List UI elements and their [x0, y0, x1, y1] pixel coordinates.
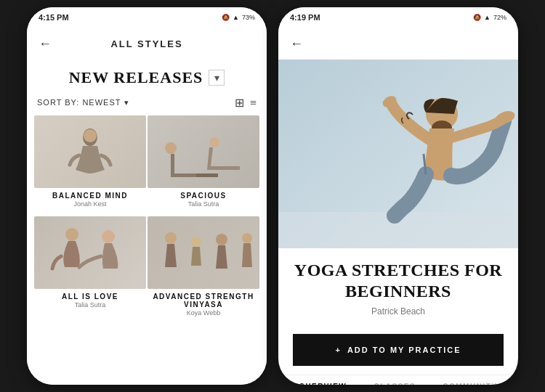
add-btn-label: ADD TO MY PRACTICE [347, 346, 461, 354]
time-left: 4:15 PM [39, 13, 69, 22]
list-item[interactable]: ADVANCED STRENGTH VINYASA Koya Webb [148, 216, 259, 317]
tab-overview[interactable]: OVERVIEW [299, 383, 347, 385]
list-item[interactable]: BALANCED MIND Jonah Kest [34, 115, 146, 208]
video-subtitle-4: Koya Webb [187, 309, 220, 317]
add-icon: + [335, 346, 341, 354]
signal-icon-right: 🔕 [473, 14, 481, 21]
svg-point-1 [84, 129, 97, 142]
sort-label[interactable]: SORT BY: NEWEST ▾ [37, 98, 129, 107]
svg-point-4 [65, 228, 78, 241]
sort-view-icons: ⊞ ≡ [235, 96, 257, 110]
wifi-icon-right: ▲ [484, 14, 490, 21]
list-view-icon[interactable]: ≡ [250, 97, 257, 110]
time-right: 4:19 PM [290, 13, 320, 22]
add-to-practice-button[interactable]: + ADD TO MY PRACTICE [293, 334, 504, 366]
svg-point-5 [102, 230, 115, 243]
battery-left: 73% [242, 14, 255, 21]
hero-image [278, 60, 518, 248]
video-title-1: BALANCED MIND [52, 192, 128, 200]
hero-content: YOGA STRETCHES FOR BEGINNERS Patrick Bea… [278, 248, 518, 325]
sort-value: NEWEST [82, 98, 121, 107]
status-bar-right: 4:19 PM 🔕 ▲ 72% [278, 7, 518, 28]
grid-view-icon[interactable]: ⊞ [235, 96, 244, 110]
back-button-left[interactable]: ← [39, 36, 52, 52]
wifi-icon: ▲ [233, 14, 239, 21]
page-title-left: ALL STYLES [110, 38, 182, 49]
video-grid: BALANCED MIND Jonah Kest [27, 115, 267, 324]
tab-classes[interactable]: CLASSES [374, 383, 416, 385]
video-subtitle-1: Jonah Kest [73, 200, 106, 208]
video-subtitle-2: Talia Sutra [188, 200, 219, 208]
section-title: NEW RELEASES [69, 68, 203, 87]
section-header: NEW RELEASES ▾ [27, 60, 267, 93]
sort-caret: ▾ [124, 98, 129, 107]
video-thumbnail-1 [34, 115, 146, 188]
nav-bar-left: ← ALL STYLES [27, 28, 267, 60]
video-subtitle-3: Talia Sutra [75, 301, 106, 309]
svg-point-9 [242, 233, 252, 243]
list-item[interactable]: ALL IS LOVE Talia Sutra [34, 216, 146, 317]
signal-icon: 🔕 [222, 14, 230, 21]
list-item[interactable]: SPACIOUS Talia Sutra [148, 115, 259, 208]
nav-bar-right: ← [278, 28, 518, 60]
status-icons-right: 🔕 ▲ 72% [473, 14, 506, 21]
svg-point-2 [165, 142, 177, 154]
battery-right: 72% [493, 14, 506, 21]
status-bar-left: 4:15 PM 🔕 ▲ 73% [27, 7, 267, 28]
svg-point-3 [209, 137, 219, 147]
status-icons-left: 🔕 ▲ 73% [222, 14, 255, 21]
video-thumbnail-2 [148, 115, 259, 188]
hero-title: YOGA STRETCHES FOR BEGINNERS [293, 260, 504, 302]
hero-author: Patrick Beach [293, 306, 504, 317]
left-phone: 4:15 PM 🔕 ▲ 73% ← ALL STYLES NEW RELEASE… [27, 7, 267, 385]
sort-row: SORT BY: NEWEST ▾ ⊞ ≡ [27, 93, 267, 115]
tab-community[interactable]: COMMUNITY [443, 383, 497, 385]
video-thumbnail-3 [34, 216, 146, 289]
video-title-4: ADVANCED STRENGTH VINYASA [148, 293, 259, 309]
svg-point-8 [216, 234, 227, 245]
right-phone: 4:19 PM 🔕 ▲ 72% ← [278, 7, 518, 385]
detail-tabs: OVERVIEW CLASSES COMMUNITY [278, 375, 518, 385]
svg-point-7 [191, 237, 201, 247]
svg-point-6 [165, 232, 177, 244]
video-title-2: SPACIOUS [180, 192, 227, 200]
section-dropdown[interactable]: ▾ [209, 70, 225, 86]
video-title-3: ALL IS LOVE [62, 293, 118, 301]
back-button-right[interactable]: ← [290, 36, 303, 52]
video-thumbnail-4 [148, 216, 259, 289]
screen-content-left: NEW RELEASES ▾ SORT BY: NEWEST ▾ ⊞ ≡ [27, 60, 267, 385]
